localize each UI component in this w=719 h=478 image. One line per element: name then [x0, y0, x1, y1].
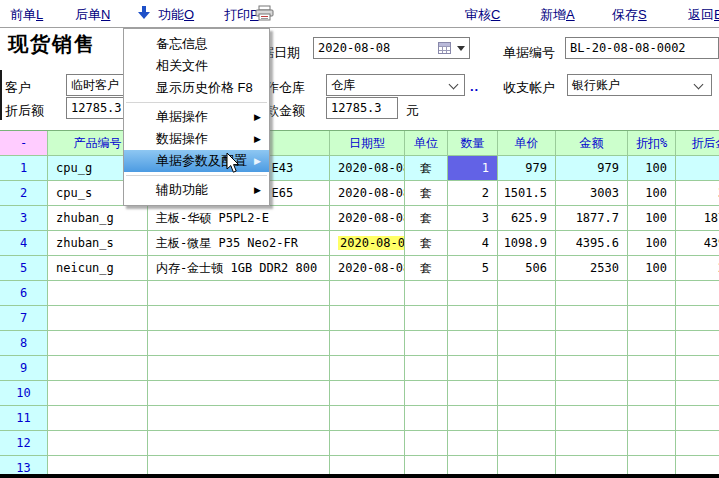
empty-cell[interactable] — [48, 356, 148, 381]
empty-cell[interactable] — [628, 431, 676, 456]
empty-cell[interactable] — [556, 331, 628, 356]
empty-cell[interactable] — [405, 456, 448, 475]
empty-cell[interactable] — [556, 381, 628, 406]
unit-cell[interactable]: 套 — [405, 181, 448, 206]
empty-cell[interactable] — [405, 356, 448, 381]
menu-item-3[interactable]: 显示历史价格 F8 — [124, 77, 269, 99]
discount-cell[interactable]: 100 — [628, 256, 676, 281]
empty-cell[interactable] — [498, 306, 556, 331]
product-code-cell[interactable]: neicun_g — [48, 256, 148, 281]
audit-button[interactable]: 审核C — [465, 6, 500, 24]
empty-cell[interactable] — [448, 431, 498, 456]
empty-cell[interactable] — [448, 456, 498, 475]
quantity-cell[interactable]: 3 — [448, 206, 498, 231]
product-name-cell[interactable]: 内存-金士顿 1GB DDR2 800 — [148, 256, 330, 281]
row-number-cell[interactable]: 3 — [0, 206, 48, 231]
empty-cell[interactable] — [628, 281, 676, 306]
empty-cell[interactable] — [330, 331, 405, 356]
next-bill-button[interactable]: 后单N — [75, 6, 110, 24]
empty-cell[interactable] — [498, 281, 556, 306]
product-name-cell[interactable]: 主板-华硕 P5PL2-E — [148, 206, 330, 231]
printer-icon[interactable] — [255, 5, 274, 24]
empty-cell[interactable] — [48, 306, 148, 331]
empty-cell[interactable] — [676, 306, 719, 331]
calendar-icon[interactable] — [438, 42, 451, 54]
final-amount-cell[interactable]: 4395.6 — [676, 231, 719, 256]
empty-cell[interactable] — [148, 306, 330, 331]
empty-cell[interactable] — [498, 356, 556, 381]
empty-cell[interactable] — [330, 456, 405, 475]
date-dropdown-arrow-icon[interactable] — [457, 46, 465, 51]
quantity-cell[interactable]: 4 — [448, 231, 498, 256]
empty-cell[interactable] — [48, 331, 148, 356]
unit-price-cell[interactable]: 1098.9 — [498, 231, 556, 256]
empty-cell[interactable] — [148, 331, 330, 356]
empty-cell[interactable] — [498, 406, 556, 431]
empty-cell[interactable] — [556, 406, 628, 431]
empty-cell[interactable] — [448, 331, 498, 356]
amount-cell[interactable]: 979 — [556, 156, 628, 181]
empty-cell[interactable] — [330, 306, 405, 331]
empty-cell[interactable] — [448, 406, 498, 431]
account-chevron-icon[interactable] — [694, 80, 704, 90]
row-number-cell[interactable]: 1 — [0, 156, 48, 181]
empty-cell[interactable] — [448, 381, 498, 406]
final-amount-cell[interactable]: 979 — [676, 156, 719, 181]
empty-cell[interactable] — [148, 381, 330, 406]
empty-cell[interactable] — [405, 331, 448, 356]
row-number-cell[interactable]: 10 — [0, 381, 48, 406]
print-button[interactable]: 打印P — [224, 6, 259, 24]
bill-date-field[interactable]: 2020-08-08 — [313, 37, 470, 59]
empty-cell[interactable] — [405, 381, 448, 406]
bill-no-field[interactable]: BL-20-08-08-0002 — [565, 37, 719, 59]
menu-item-4[interactable]: 单据操作▶ — [124, 106, 269, 128]
empty-cell[interactable] — [556, 306, 628, 331]
save-button[interactable]: 保存S — [612, 6, 647, 24]
empty-cell[interactable] — [628, 406, 676, 431]
empty-cell[interactable] — [48, 431, 148, 456]
menu-item-1[interactable]: 备忘信息 — [124, 33, 269, 55]
empty-cell[interactable] — [330, 381, 405, 406]
unit-price-cell[interactable]: 506 — [498, 256, 556, 281]
empty-cell[interactable] — [676, 381, 719, 406]
function-menu-button[interactable]: 功能O — [158, 6, 194, 24]
empty-cell[interactable] — [676, 356, 719, 381]
empty-cell[interactable] — [676, 431, 719, 456]
empty-cell[interactable] — [628, 456, 676, 475]
empty-cell[interactable] — [48, 456, 148, 475]
discount-cell[interactable]: 100 — [628, 206, 676, 231]
empty-cell[interactable] — [676, 456, 719, 475]
warehouse-chevron-icon[interactable] — [449, 80, 459, 90]
unit-price-cell[interactable]: 1501.5 — [498, 181, 556, 206]
unit-price-cell[interactable]: 979 — [498, 156, 556, 181]
empty-cell[interactable] — [498, 456, 556, 475]
row-number-cell[interactable]: 13 — [0, 456, 48, 475]
final-amount-cell[interactable]: 1877.7 — [676, 206, 719, 231]
final-amount-cell[interactable]: 2530 — [676, 256, 719, 281]
row-number-cell[interactable]: 7 — [0, 306, 48, 331]
customer-field[interactable]: 临时客户 — [66, 74, 124, 96]
row-number-cell[interactable]: 8 — [0, 331, 48, 356]
menu-item-2[interactable]: 相关文件 — [124, 55, 269, 77]
empty-cell[interactable] — [556, 356, 628, 381]
final-amount-cell[interactable]: 3003 — [676, 181, 719, 206]
quantity-cell[interactable]: 2 — [448, 181, 498, 206]
row-number-cell[interactable]: 11 — [0, 406, 48, 431]
empty-cell[interactable] — [405, 306, 448, 331]
empty-cell[interactable] — [330, 406, 405, 431]
empty-cell[interactable] — [48, 406, 148, 431]
row-number-cell[interactable]: 12 — [0, 431, 48, 456]
empty-cell[interactable] — [498, 431, 556, 456]
row-number-cell[interactable]: 6 — [0, 281, 48, 306]
amount-cell[interactable]: 4395.6 — [556, 231, 628, 256]
date-cell[interactable]: 2020-08-08 — [330, 256, 405, 281]
menu-item-6[interactable]: 单据参数及配置▶ — [124, 150, 269, 172]
warehouse-browse-button[interactable]: .. — [470, 79, 479, 94]
menu-item-5[interactable]: 数据操作▶ — [124, 128, 269, 150]
empty-cell[interactable] — [676, 331, 719, 356]
row-number-cell[interactable]: 5 — [0, 256, 48, 281]
warehouse-select[interactable]: 仓库 — [326, 74, 465, 96]
date-cell[interactable]: 2020-08-08 — [330, 231, 405, 256]
empty-cell[interactable] — [330, 431, 405, 456]
empty-cell[interactable] — [330, 281, 405, 306]
